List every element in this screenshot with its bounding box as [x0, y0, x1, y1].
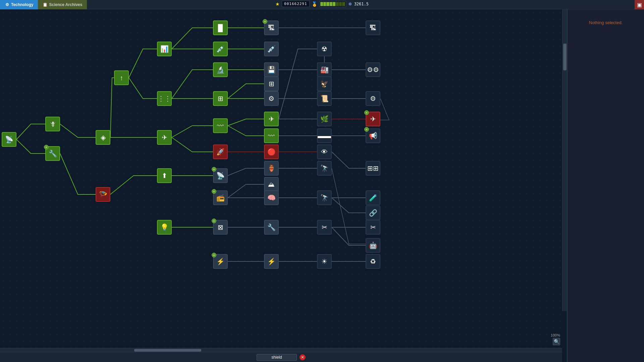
tech-node-n17[interactable]: 🚀: [213, 144, 228, 159]
node-icon-n50: 📢: [369, 132, 377, 139]
horizontal-scrollbar[interactable]: [0, 348, 562, 352]
scroll-thumb[interactable]: [563, 44, 567, 70]
node-icon-n32: 🧠: [267, 194, 276, 201]
tab-technology[interactable]: ⚙ Technology: [0, 0, 38, 9]
tech-node-n18[interactable]: +📡: [213, 168, 228, 183]
close-search-button[interactable]: ✕: [300, 354, 306, 360]
tech-node-n44[interactable]: ✂: [317, 220, 332, 235]
tech-node-n48[interactable]: ⚙: [366, 91, 380, 106]
tech-node-n3[interactable]: +🔧: [45, 146, 60, 161]
node-icon-n22: 🏗: [268, 24, 275, 31]
node-icon-n9: ✈: [162, 134, 167, 141]
tab-science-archives[interactable]: 📋 Science Archives: [38, 0, 87, 9]
scrollbar-right[interactable]: [562, 9, 567, 311]
tech-node-n31[interactable]: ⛰: [264, 177, 279, 192]
badge-n50: +: [364, 127, 369, 132]
node-icon-n43: 🔭: [320, 194, 329, 201]
zoom-out-button[interactable]: 🔍: [553, 338, 560, 345]
energy-bar: [319, 1, 346, 7]
zoom-controls: 100% 🔍: [551, 333, 560, 345]
tech-node-n21[interactable]: +⚡: [213, 254, 228, 269]
tech-node-n25[interactable]: ⊞: [264, 76, 279, 91]
tech-node-n26[interactable]: ⚙: [264, 91, 279, 106]
tech-node-n10[interactable]: ⬆: [157, 168, 172, 183]
node-icon-n38: 📜: [320, 95, 329, 102]
topbar: ⚙ Technology 📋 Science Archives ★ 001662…: [0, 0, 644, 9]
node-icon-n26: ⚙: [268, 95, 274, 102]
tech-node-n30[interactable]: 🏺: [264, 161, 279, 176]
tech-node-n23[interactable]: 💉: [264, 42, 279, 56]
node-icon-n56: ♻: [370, 258, 376, 265]
tech-node-n49[interactable]: +✈: [366, 112, 380, 126]
tech-node-n42[interactable]: 🔭: [317, 161, 332, 176]
tech-node-n33[interactable]: 🔧: [264, 220, 279, 235]
node-icon-n54: ✂: [370, 224, 376, 231]
right-panel: Nothing selected.: [567, 0, 644, 362]
tech-node-n39[interactable]: 🌿: [317, 112, 332, 126]
tech-node-n54[interactable]: ✂: [366, 220, 380, 235]
tech-node-n1[interactable]: 📡: [2, 132, 16, 147]
tech-node-n15[interactable]: ⊞: [213, 91, 228, 106]
tech-node-n4[interactable]: ◈: [96, 130, 110, 145]
node-icon-n33: 🔧: [267, 224, 276, 231]
medal-icon: 🏅: [312, 1, 317, 7]
tech-node-n56[interactable]: ♻: [366, 254, 380, 269]
node-icon-n27: ✈: [269, 116, 274, 122]
tech-node-n20[interactable]: +⊠: [213, 220, 228, 235]
tech-node-n35[interactable]: ☢: [317, 42, 332, 56]
tech-node-n24[interactable]: 💾: [264, 62, 279, 77]
tech-node-n32[interactable]: 🧠: [264, 190, 279, 205]
tech-node-n47[interactable]: ⚙⚙: [366, 62, 380, 77]
snowflake-icon: ❄: [348, 1, 352, 7]
badge-n18: +: [212, 167, 216, 172]
tech-node-n9[interactable]: ✈: [157, 130, 172, 145]
tech-node-n22[interactable]: +🏗: [264, 20, 279, 35]
star-icon: ★: [275, 1, 280, 7]
tech-node-n12[interactable]: ▐▌: [213, 20, 228, 35]
tech-node-n36[interactable]: 🏭: [317, 62, 332, 77]
tech-node-n29[interactable]: 🔴: [264, 144, 279, 159]
node-icon-n18: 📡: [216, 172, 225, 179]
tech-node-n8[interactable]: ⋮⋮: [157, 91, 172, 106]
close-button[interactable]: ▣: [635, 0, 644, 9]
node-icon-n55: 🤖: [369, 242, 377, 249]
gear-icon: ⚙: [5, 2, 9, 7]
tech-node-n13[interactable]: 💉: [213, 42, 228, 56]
tech-node-n41[interactable]: 👁: [317, 144, 332, 159]
tech-node-n11[interactable]: 💡: [157, 220, 172, 235]
tech-node-n45[interactable]: ☀: [317, 254, 332, 269]
tech-node-n16[interactable]: 〰: [213, 118, 228, 133]
counter-area: ★ 001662291 🏅 ❄ 3261.5: [275, 1, 369, 7]
node-icon-n2: 🗡: [49, 121, 56, 127]
node-icon-n39: 🌿: [320, 116, 329, 122]
tech-node-n5[interactable]: 🪂: [96, 187, 110, 202]
tech-node-n55[interactable]: 🤖: [366, 238, 380, 253]
badge-n49: +: [364, 110, 369, 115]
tech-node-n50[interactable]: +📢: [366, 128, 380, 143]
tech-node-n46[interactable]: 🏗: [366, 20, 380, 35]
node-icon-n42: 🔭: [320, 165, 329, 172]
tech-node-n37[interactable]: 🦅: [317, 76, 332, 91]
tech-node-n51[interactable]: ⊞⊞: [366, 161, 380, 176]
hscroll-thumb[interactable]: [134, 349, 201, 352]
tech-node-n7[interactable]: 📊: [157, 42, 172, 56]
node-icon-n7: 📊: [160, 46, 169, 52]
tech-node-n38[interactable]: 📜: [317, 91, 332, 106]
tech-node-n2[interactable]: 🗡: [45, 117, 60, 131]
tech-node-n14[interactable]: 🔬: [213, 62, 228, 77]
tech-node-n52[interactable]: 🧪: [366, 190, 380, 205]
tech-node-n43[interactable]: 🔭: [317, 190, 332, 205]
search-input[interactable]: [257, 354, 297, 361]
score-display: 3261.5: [354, 2, 369, 6]
tech-node-n53[interactable]: 🔗: [366, 205, 380, 220]
node-icon-n17: 🚀: [216, 148, 225, 155]
tech-node-n6[interactable]: ↑: [114, 70, 129, 85]
tech-node-n28[interactable]: 〰: [264, 128, 279, 143]
tech-node-n19[interactable]: +📻: [213, 190, 228, 205]
node-icon-n14: 🔬: [216, 66, 225, 73]
tech-node-n40[interactable]: ▬▬: [317, 128, 332, 143]
bottom-bar: ✕: [0, 352, 562, 362]
tech-node-n34[interactable]: ⚡: [264, 254, 279, 269]
node-icon-n8: ⋮⋮: [158, 95, 171, 102]
tech-node-n27[interactable]: ✈: [264, 112, 279, 126]
